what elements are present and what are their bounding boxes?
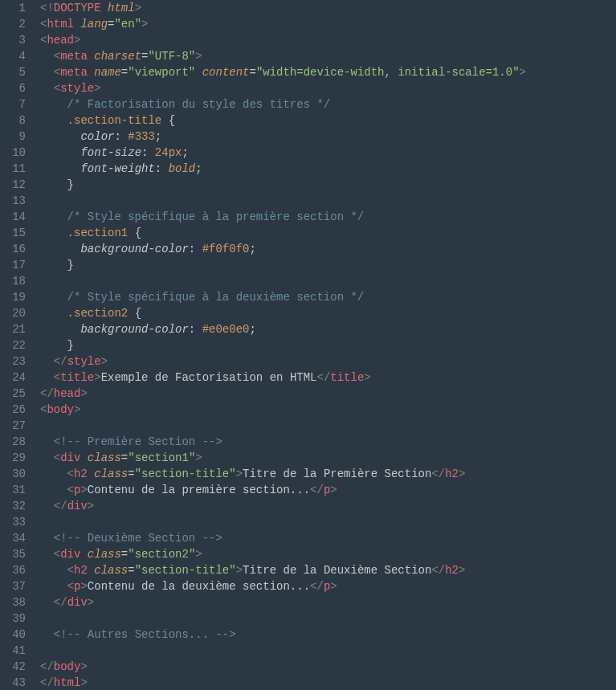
code-line[interactable]: </html> [40, 675, 616, 690]
token-attr-val: "width=device-width, initial-scale=1.0" [256, 66, 520, 79]
code-line[interactable]: </head> [40, 386, 616, 402]
code-line[interactable]: } [40, 337, 616, 353]
token-comment: <!-- Première Section --> [54, 435, 222, 448]
line-number: 22 [0, 337, 26, 353]
code-line[interactable]: background-color: #e0e0e0; [40, 321, 616, 337]
code-line[interactable]: <style> [40, 80, 616, 96]
code-line[interactable]: <html lang="en"> [40, 16, 616, 32]
token-text-content [88, 66, 94, 79]
code-line[interactable] [40, 610, 616, 627]
token-text-content [40, 596, 54, 609]
code-line[interactable] [40, 273, 616, 289]
token-css-colon: : [189, 323, 202, 336]
line-number: 37 [0, 578, 26, 594]
code-line[interactable]: <title>Exemple de Factorisation en HTML<… [40, 369, 616, 386]
code-line[interactable]: } [40, 177, 616, 193]
token-text-content [128, 307, 134, 320]
code-line[interactable]: </div> [40, 498, 616, 514]
code-line[interactable]: <div class="section1"> [40, 450, 616, 466]
code-line[interactable]: </div> [40, 594, 616, 610]
line-number: 27 [0, 418, 26, 434]
code-line[interactable]: background-color: #f0f0f0; [40, 241, 616, 257]
code-line[interactable]: <p>Contenu de la deuxième section...</p> [40, 578, 616, 594]
token-text-content [40, 162, 80, 175]
token-attr-val: "section1" [128, 451, 195, 464]
token-text-content [40, 451, 54, 464]
token-comment: <!-- Deuxième Section --> [54, 532, 222, 545]
token-tag-bracket: </ [40, 660, 54, 673]
code-line[interactable]: <!-- Autres Sections... --> [40, 627, 616, 643]
token-tag-bracket: < [67, 467, 74, 480]
token-attr-eq: = [128, 467, 134, 480]
token-text-content: Titre de la Deuxième Section [243, 564, 431, 577]
token-text-content: Contenu de la deuxième section... [88, 580, 310, 593]
token-tag-bracket: > [330, 580, 337, 593]
token-css-val-num: 24px [155, 146, 182, 159]
token-css-brace: } [67, 259, 74, 272]
code-line[interactable]: /* Style spécifique à la deuxième sectio… [40, 289, 616, 305]
line-number: 15 [0, 225, 26, 241]
token-tag-bracket: > [74, 403, 80, 416]
code-line[interactable]: <meta charset="UTF-8"> [40, 48, 616, 64]
token-text-content [40, 82, 54, 95]
line-number: 3 [0, 32, 26, 48]
code-line[interactable]: .section1 { [40, 225, 616, 241]
code-line[interactable]: } [40, 257, 616, 273]
code-line[interactable]: font-size: 24px; [40, 145, 616, 161]
line-number: 4 [0, 48, 26, 64]
code-line[interactable]: </style> [40, 353, 616, 369]
token-css-colon: : [189, 243, 202, 255]
code-line[interactable]: </body> [40, 659, 616, 675]
token-tag-name: style [67, 355, 101, 368]
token-tag-bracket: > [88, 596, 94, 609]
code-line[interactable]: <meta name="viewport" content="width=dev… [40, 64, 616, 80]
code-line[interactable]: font-weight: bold; [40, 161, 616, 177]
token-attr-name: class [94, 564, 128, 577]
token-tag-bracket: > [80, 484, 87, 496]
code-line[interactable]: <body> [40, 402, 616, 418]
token-tag-bracket: < [67, 580, 74, 593]
code-line[interactable]: color: #333; [40, 129, 616, 145]
code-line[interactable]: <h2 class="section-title">Titre de la De… [40, 562, 616, 578]
line-number: 42 [0, 659, 26, 675]
token-tag-bracket: < [54, 548, 60, 561]
code-line[interactable]: <div class="section2"> [40, 546, 616, 562]
code-line[interactable]: .section-title { [40, 112, 616, 129]
code-line[interactable] [40, 514, 616, 530]
token-attr-name: class [88, 451, 121, 464]
token-text-content [40, 580, 67, 593]
token-text-content [40, 564, 67, 577]
code-line[interactable]: /* Factorisation du style des titres */ [40, 96, 616, 112]
token-tag-bracket: > [135, 2, 141, 14]
token-css-prop: font-weight [80, 162, 154, 175]
token-attr-name: name [94, 66, 121, 79]
code-area[interactable]: <!DOCTYPE html><html lang="en"><head> <m… [37, 0, 616, 690]
code-line[interactable] [40, 418, 616, 434]
line-number: 11 [0, 161, 26, 177]
code-line[interactable]: .section2 { [40, 305, 616, 321]
code-line[interactable] [40, 643, 616, 659]
line-number: 39 [0, 610, 26, 627]
token-css-semi: ; [249, 243, 255, 255]
code-line[interactable]: /* Style spécifique à la première sectio… [40, 209, 616, 225]
line-number: 8 [0, 112, 26, 129]
token-attr-eq: = [128, 564, 134, 577]
token-attr-eq: = [249, 66, 255, 79]
line-number: 34 [0, 530, 26, 546]
code-line[interactable]: <head> [40, 32, 616, 48]
token-css-brace: } [67, 178, 74, 191]
code-line[interactable]: <!-- Première Section --> [40, 434, 616, 450]
code-line[interactable]: <h2 class="section-title">Titre de la Pr… [40, 466, 616, 482]
line-number: 40 [0, 627, 26, 643]
token-tag-name: h2 [74, 467, 88, 480]
token-tag-bracket: > [330, 484, 337, 496]
token-text-content [40, 307, 67, 320]
token-text-content [88, 467, 94, 480]
code-line[interactable]: <!DOCTYPE html> [40, 0, 616, 16]
token-tag-name: h2 [74, 564, 88, 577]
code-line[interactable]: <!-- Deuxième Section --> [40, 530, 616, 546]
token-tag-bracket: > [195, 50, 202, 63]
code-line[interactable] [40, 193, 616, 209]
code-line[interactable]: <p>Contenu de la première section...</p> [40, 482, 616, 498]
line-number: 14 [0, 209, 26, 225]
